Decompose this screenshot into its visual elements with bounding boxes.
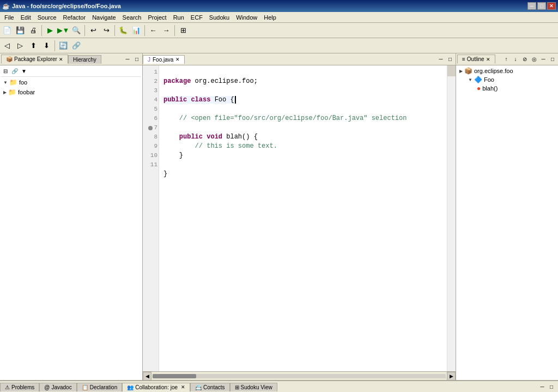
javadoc-icon: @ <box>44 384 50 390</box>
maximize-bottom-button[interactable]: □ <box>547 383 556 391</box>
outline-item-foo-class[interactable]: ▼ 🔷 Foo <box>457 75 557 84</box>
link-button[interactable]: 🔗 <box>70 40 82 52</box>
minimize-editor-button[interactable]: ─ <box>436 55 445 64</box>
debug-button[interactable]: 🐛 <box>117 25 129 37</box>
hscroll-track[interactable] <box>153 374 446 378</box>
profile-button[interactable]: 📊 <box>130 25 142 37</box>
outline-label-package: org.eclipse.foo <box>474 68 513 74</box>
tab-declaration[interactable]: 📋 Declaration <box>77 383 123 391</box>
redo-button[interactable]: ↪ <box>100 25 112 37</box>
minimize-bottom-button[interactable]: ─ <box>538 383 547 391</box>
search-button[interactable]: 🔍 <box>70 25 82 37</box>
outline-toolbar-2[interactable]: ↓ <box>511 55 520 64</box>
run-button[interactable]: ▶ <box>44 25 56 37</box>
close-tab-foo-java[interactable]: ✕ <box>175 57 180 62</box>
back-button[interactable]: ← <box>147 25 159 37</box>
maximize-left-button[interactable]: □ <box>132 55 141 64</box>
minimize-button[interactable]: ─ <box>527 2 536 10</box>
maximize-button[interactable]: □ <box>537 2 546 10</box>
tab-outline[interactable]: ≡ Outline ✕ <box>457 55 495 64</box>
collapse-all-button[interactable]: ⊟ <box>1 67 10 75</box>
sync-button[interactable]: 🔄 <box>57 40 69 52</box>
outline-toolbar-3[interactable]: ⊘ <box>520 55 529 64</box>
maximize-outline-button[interactable]: □ <box>548 55 557 64</box>
menu-sudoku[interactable]: Sudoku <box>206 13 233 22</box>
menu-search[interactable]: Search <box>119 13 145 22</box>
print-button[interactable]: 🖨 <box>27 25 39 37</box>
tab-collaboration[interactable]: 👥 Collaboration: joe ✕ <box>122 383 190 391</box>
menu-navigate[interactable]: Navigate <box>89 13 119 22</box>
run-as-button[interactable]: ▶▼ <box>57 25 69 37</box>
vscroll-thumb[interactable] <box>447 65 456 76</box>
link-with-editor-button[interactable]: 🔗 <box>10 67 19 75</box>
tab-foo-java[interactable]: J Foo.java ✕ <box>143 55 185 64</box>
toolbar-2: ◁ ▷ ⬆ ⬇ 🔄 🔗 <box>0 38 558 53</box>
menu-project[interactable]: Project <box>144 13 169 22</box>
menu-help[interactable]: Help <box>260 13 280 22</box>
hscroll-right-button[interactable]: ▶ <box>447 372 456 381</box>
tab-package-explorer[interactable]: 📦 Package Explorer ✕ <box>1 55 68 64</box>
tab-contacts[interactable]: 📇 Contacts <box>190 383 229 391</box>
outline-item-package[interactable]: ▶ 📦 org.eclipse.foo <box>457 67 557 75</box>
package-explorer-icon: 📦 <box>6 56 13 62</box>
prev-annot-button[interactable]: ⬆ <box>27 40 39 52</box>
undo-button[interactable]: ↩ <box>87 25 99 37</box>
folder-icon-foobar: 📁 <box>8 88 16 96</box>
outline-label-foo: Foo <box>484 76 494 83</box>
next-edit-button[interactable]: ▷ <box>14 40 26 52</box>
close-collab-tab-icon[interactable]: ✕ <box>181 384 185 390</box>
menu-window[interactable]: Window <box>233 13 260 22</box>
line-num-10: 10 <box>144 151 157 160</box>
code-content[interactable]: package org.eclipse.foo; public class Fo… <box>159 65 447 371</box>
next-annot-button[interactable]: ⬇ <box>40 40 52 52</box>
new-button[interactable]: 📄 <box>1 25 13 37</box>
prev-edit-button[interactable]: ◁ <box>1 40 13 52</box>
tab-problems[interactable]: ⚠ Problems <box>0 383 39 391</box>
tab-javadoc[interactable]: @ Javadoc <box>39 383 76 391</box>
outline-item-blah[interactable]: ● blah() <box>457 84 557 93</box>
menu-run[interactable]: Run <box>170 13 187 22</box>
close-package-explorer-icon[interactable]: ✕ <box>59 57 63 62</box>
editor-scrollbar-vertical[interactable] <box>447 65 456 371</box>
tree-item-foo[interactable]: ▼ 📁 foo <box>1 78 141 87</box>
editor-horizontal-scrollbar[interactable]: ◀ ▶ <box>143 371 456 380</box>
menu-edit[interactable]: Edit <box>17 13 34 22</box>
outline-method-icon: ● <box>477 85 481 92</box>
forward-button[interactable]: → <box>160 25 172 37</box>
main-workspace: 📦 Package Explorer ✕ Hierarchy ─ □ ⊟ 🔗 ▼… <box>0 53 558 380</box>
kw-class: class <box>191 96 210 104</box>
perspective-button[interactable]: ⊞ <box>177 25 189 37</box>
menu-bar: FileEditSourceRefactorNavigateSearchProj… <box>0 12 558 23</box>
app-icon: ☕ <box>2 3 10 10</box>
line-num-8: 8 <box>144 132 157 142</box>
tab-sudoku[interactable]: ⊞ Sudoku View <box>230 383 277 391</box>
kw-package: package <box>163 77 191 85</box>
save-button[interactable]: 💾 <box>14 25 26 37</box>
outline-toolbar-1[interactable]: ↑ <box>502 55 511 64</box>
menu-ecf[interactable]: ECF <box>187 13 206 22</box>
tree-item-foobar[interactable]: ▶ 📁 foobar <box>1 88 141 97</box>
hscroll-left-button[interactable]: ◀ <box>143 372 151 381</box>
tab-hierarchy[interactable]: Hierarchy <box>68 55 101 64</box>
menu-refactor[interactable]: Refactor <box>60 13 89 22</box>
minimize-left-button[interactable]: ─ <box>123 55 132 64</box>
comment-text: // this is some text. <box>163 142 277 150</box>
menu-file[interactable]: File <box>1 13 17 22</box>
outline-toolbar-4[interactable]: ◎ <box>530 55 538 64</box>
tab-label-foo-java: Foo.java <box>153 57 173 63</box>
editor-tabs: J Foo.java ✕ ─ □ <box>143 53 456 65</box>
menu-source[interactable]: Source <box>34 13 60 22</box>
kw-public-void: public <box>179 133 203 141</box>
sep-1 <box>41 25 42 36</box>
left-panel-tabs: 📦 Package Explorer ✕ Hierarchy ─ □ <box>0 53 142 65</box>
hscroll-thumb[interactable] <box>153 374 196 378</box>
minimize-outline-button[interactable]: ─ <box>539 55 548 64</box>
close-button[interactable]: ✕ <box>547 2 556 10</box>
sep-3 <box>114 25 115 36</box>
tree-label-foobar: foobar <box>18 89 35 95</box>
line-numbers: 1 2 3 4 5 6 7 8 9 10 11 <box>143 65 159 371</box>
view-menu-button[interactable]: ▼ <box>20 67 28 75</box>
code-editor[interactable]: 1 2 3 4 5 6 7 8 9 10 11 package org.ecli… <box>143 65 456 371</box>
close-outline-icon[interactable]: ✕ <box>486 57 490 62</box>
maximize-editor-button[interactable]: □ <box>446 55 454 64</box>
